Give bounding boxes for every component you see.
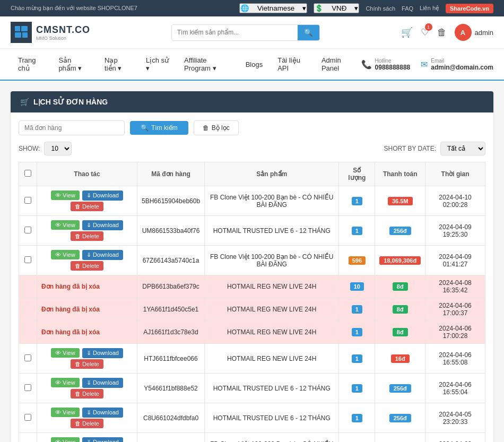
table-row: 👁 View ⇓ Download 🗑 Delete HTJ6611fbfcee… (19, 344, 485, 374)
row-checkbox[interactable] (19, 344, 37, 374)
download-button[interactable]: ⇓ Download (82, 250, 123, 260)
view-button[interactable]: 👁 View (51, 190, 80, 200)
delete-button[interactable]: 🗑 Delete (71, 261, 103, 271)
view-button[interactable]: 👁 View (51, 378, 80, 387)
delete-button[interactable]: 🗑 Delete (71, 202, 103, 211)
order-id: 67Z66143a5740c1a (137, 246, 204, 275)
delete-button[interactable]: 🗑 Delete (71, 359, 103, 369)
nav: Trang chủ Sản phẩm ▾ Nạp tiền ▾ Lịch sử … (0, 49, 504, 81)
delete-button[interactable]: 🗑 Delete (71, 231, 103, 241)
price: 8đ (375, 275, 425, 298)
row-actions[interactable]: 👁 View ⇓ Download 🗑 Delete (37, 186, 137, 216)
qty: 1 (339, 298, 375, 321)
select-all-checkbox[interactable] (24, 170, 31, 177)
row-checkbox[interactable] (19, 216, 37, 246)
row-actions[interactable]: 👁 View ⇓ Download 🗑 Delete (37, 246, 137, 275)
product-name: HOTMAIL REG NEW LIVE 24H (205, 298, 339, 321)
row-checkbox[interactable] (19, 433, 37, 443)
language-selector[interactable]: 🌐 Vietnamese ▾ (239, 3, 307, 13)
download-button[interactable]: ⇓ Download (82, 378, 123, 388)
logo[interactable]: CMSNT.CO MMO Solution (11, 22, 90, 43)
nav-faq[interactable]: FAQ (402, 5, 413, 12)
sort-select[interactable]: Tất cả Mới nhất Cũ nhất (440, 142, 485, 155)
phone-icon: 📞 (361, 59, 372, 70)
col-payment: Thanh toán (375, 162, 425, 186)
order-history-box: 🛒 LỊCH SỬ ĐƠN HÀNG 🔍 Tìm kiếm 🗑 Bộ lọc S (11, 91, 493, 442)
nav-nap-tien[interactable]: Nạp tiền ▾ (97, 49, 138, 80)
order-id: Y54661f1bf888e52 (137, 374, 204, 403)
svg-rect-3 (22, 32, 28, 38)
view-button[interactable]: 👁 View (51, 408, 80, 417)
table-row: Đơn hàng đã bị xóa 1YA661f1d450c5e1 HOTM… (19, 298, 485, 321)
product-name: HOTMAIL TRUSTED LIVE 6 - 12 THÁNG (205, 403, 339, 433)
nav-san-pham[interactable]: Sản phẩm ▾ (51, 49, 97, 80)
table-row: 👁 View ⇓ Download 🗑 Delete NHZ660c3bc2ef… (19, 433, 485, 443)
view-button[interactable]: 👁 View (51, 220, 80, 230)
price: 256đ (375, 403, 425, 433)
row-checkbox[interactable] (19, 403, 37, 433)
row-checkbox (19, 321, 37, 344)
download-button[interactable]: ⇓ Download (82, 220, 123, 230)
show-label: SHOW: (19, 145, 40, 152)
download-button[interactable]: ⇓ Download (82, 437, 123, 442)
product-name: HOTMAIL REG NEW LIVE 24H (205, 321, 339, 344)
row-checkbox (19, 275, 37, 298)
search-button[interactable]: 🔍 (298, 25, 319, 40)
delete-button[interactable]: 🗑 Delete (71, 389, 103, 398)
qty: 1 (339, 216, 375, 246)
nav-chinh-sach[interactable]: Chính sách (366, 5, 395, 12)
view-button[interactable]: 👁 View (51, 437, 80, 442)
search-input[interactable] (172, 25, 298, 40)
nav-blogs[interactable]: Blogs (238, 49, 271, 80)
row-actions[interactable]: 👁 View ⇓ Download 🗑 Delete (37, 216, 137, 246)
nav-admin-panel[interactable]: Admin Panel (314, 49, 361, 80)
download-button[interactable]: ⇓ Download (82, 408, 123, 418)
row-checkbox[interactable] (19, 374, 37, 403)
deleted-label: Đơn hàng đã bị xóa (37, 275, 137, 298)
row-actions[interactable]: 👁 View ⇓ Download 🗑 Delete (37, 374, 137, 403)
row-checkbox[interactable] (19, 186, 37, 216)
welcome-text: Chào mừng bạn đến với website SHOPCLONE7 (11, 5, 137, 12)
search-bar[interactable]: 🔍 (171, 24, 320, 41)
col-date: Thời gian (425, 162, 485, 186)
row-actions[interactable]: 👁 View ⇓ Download 🗑 Delete (37, 433, 137, 443)
order-id-input[interactable] (19, 120, 125, 135)
top-bar: Chào mừng bạn đến với website SHOPCLONE7… (0, 0, 504, 16)
date: 2024-04-09 19:25:30 (425, 216, 485, 246)
nav-tai-lieu-api[interactable]: Tài liệu API (270, 49, 314, 80)
price: 256đ (375, 216, 425, 246)
order-id: UM8661533ba40f76 (137, 216, 204, 246)
download-button[interactable]: ⇓ Download (82, 190, 123, 201)
view-button[interactable]: 👁 View (51, 250, 80, 259)
qty: 10 (339, 275, 375, 298)
product-name: HOTMAIL TRUSTED LIVE 6 - 12 THÁNG (205, 216, 339, 246)
product-name: HOTMAIL REG NEW LIVE 24H (205, 344, 339, 374)
search-orders-button[interactable]: 🔍 Tìm kiếm (130, 121, 188, 135)
order-id: AJ1661f1d3c78e3d (137, 321, 204, 344)
download-button[interactable]: ⇓ Download (82, 348, 123, 358)
wishlist-icon[interactable]: ♡ 1 (421, 27, 429, 38)
filter-button[interactable]: 🗑 Bộ lọc (194, 120, 239, 135)
show-select[interactable]: 10 25 50 (44, 142, 72, 155)
delete-button[interactable]: 🗑 Delete (71, 419, 103, 428)
row-actions[interactable]: 👁 View ⇓ Download 🗑 Delete (37, 344, 137, 374)
email-icon: ✉ (421, 59, 428, 70)
nav-trang-chu[interactable]: Trang chủ (11, 49, 51, 80)
col-product: Sản phẩm (205, 162, 339, 186)
row-checkbox[interactable] (19, 246, 37, 275)
row-actions[interactable]: 👁 View ⇓ Download 🗑 Delete (37, 403, 137, 433)
price: 3,813,006đ (375, 433, 425, 443)
show-sort-row: SHOW: 10 25 50 SHORT BY DATE: Tất cả Mới… (19, 142, 485, 155)
currency-selector[interactable]: 💲 VNĐ ▾ (314, 3, 359, 13)
date: 2024-04-06 17:00:37 (425, 298, 485, 321)
date: 2024-04-05 23:20:33 (425, 403, 485, 433)
nav-lich-su[interactable]: Lịch sử ▾ (138, 49, 177, 80)
view-button[interactable]: 👁 View (51, 348, 80, 358)
trash-icon[interactable]: 🗑 (437, 27, 447, 38)
order-history-header: 🛒 LỊCH SỬ ĐƠN HÀNG (11, 91, 493, 112)
user-info[interactable]: A admin (455, 24, 493, 41)
cart-icon[interactable]: 🛒 (401, 27, 413, 38)
nav-affiliate[interactable]: Affiliate Program ▾ (177, 49, 238, 80)
orders-table: Thao tác Mã đơn hàng Sản phẩm Số lượng T… (19, 162, 485, 442)
nav-lien-he[interactable]: Liên hệ (420, 5, 439, 12)
